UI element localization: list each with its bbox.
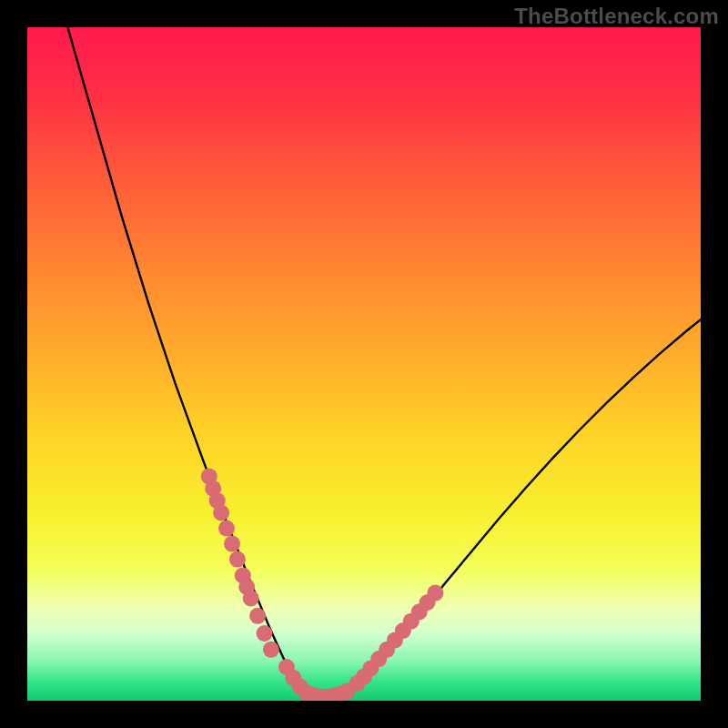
marker-dot (427, 585, 443, 602)
watermark-text: TheBottleneck.com (514, 4, 719, 29)
gradient-background (27, 27, 701, 701)
marker-dot (229, 551, 246, 568)
marker-dot (249, 608, 266, 624)
marker-dot (257, 625, 273, 642)
marker-dot (243, 591, 259, 607)
chart-frame: TheBottleneck.com (0, 0, 728, 728)
marker-dot (218, 521, 235, 537)
plot-area (27, 27, 701, 701)
marker-dot (213, 505, 229, 521)
marker-dot (263, 642, 279, 658)
bottleneck-curve-chart (27, 27, 701, 701)
marker-dot (224, 536, 240, 552)
